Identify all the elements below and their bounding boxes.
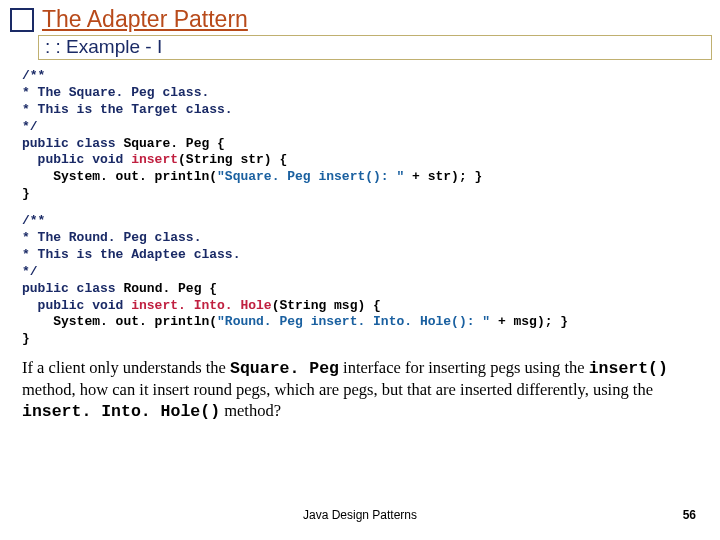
para-code: insert() [589, 359, 668, 378]
code-comment: */ [22, 264, 38, 279]
code-text: (String str) { [178, 152, 287, 167]
code-comment: * The Square. Peg class. [22, 85, 209, 100]
code-comment: * The Round. Peg class. [22, 230, 201, 245]
page-number: 56 [683, 508, 696, 522]
code-method: insert. Into. Hole [131, 298, 271, 313]
code-comment: /** [22, 68, 45, 83]
code-kw: public class [22, 281, 123, 296]
code-kw: public void [22, 298, 131, 313]
para-text: method? [220, 401, 281, 420]
explanation-paragraph: If a client only understands the Square.… [0, 348, 720, 422]
slide-subtitle: : : Example - I [38, 35, 712, 60]
code-string: "Round. Peg insert. Into. Hole(): " [217, 314, 490, 329]
code-block-squarepeg: /** * The Square. Peg class. * This is t… [0, 64, 720, 203]
slide-title: The Adapter Pattern [42, 6, 248, 33]
para-code: insert. Into. Hole() [22, 402, 220, 421]
bullet-square-icon [10, 8, 34, 32]
code-text: Round. Peg { [123, 281, 217, 296]
code-text: System. out. println( [22, 169, 217, 184]
code-comment: /** [22, 213, 45, 228]
code-text: + str); } [404, 169, 482, 184]
para-text: interface for inserting pegs using the [339, 358, 589, 377]
code-text: + msg); } [490, 314, 568, 329]
code-text: System. out. println( [22, 314, 217, 329]
code-text: } [22, 186, 30, 201]
code-method: insert [131, 152, 178, 167]
code-kw: public void [22, 152, 131, 167]
code-text: } [22, 331, 30, 346]
para-text: method, how can it insert round pegs, wh… [22, 380, 653, 399]
code-block-roundpeg: /** * The Round. Peg class. * This is th… [0, 203, 720, 348]
footer-text: Java Design Patterns [0, 508, 720, 522]
code-comment: * This is the Adaptee class. [22, 247, 240, 262]
code-text: Square. Peg { [123, 136, 224, 151]
para-code: Square. Peg [230, 359, 339, 378]
para-text: If a client only understands the [22, 358, 230, 377]
title-bar: The Adapter Pattern [0, 0, 720, 33]
code-string: "Square. Peg insert(): " [217, 169, 404, 184]
code-comment: * This is the Target class. [22, 102, 233, 117]
code-comment: */ [22, 119, 38, 134]
code-text: (String msg) { [272, 298, 381, 313]
code-kw: public class [22, 136, 123, 151]
